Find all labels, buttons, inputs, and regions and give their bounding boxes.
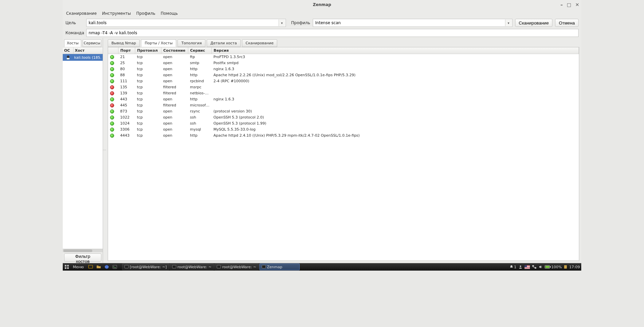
- right-pane: Вывод Nmap Порты / Хосты Топология Детал…: [106, 38, 581, 263]
- port-row[interactable]: 873tcpopenrsync(protocol version 30): [108, 108, 579, 114]
- port-row[interactable]: 21tcpopenftpProFTPD 1.3.5rc3: [108, 54, 579, 60]
- profile-input[interactable]: [313, 19, 512, 27]
- taskbar-menu[interactable]: Меню: [71, 264, 86, 270]
- port-row[interactable]: 139tcpfilterednetbios-ssn: [108, 90, 579, 96]
- menu-scan[interactable]: Сканирование: [65, 10, 97, 16]
- state-dot-cell: [108, 84, 118, 90]
- minimize-icon[interactable]: –: [560, 0, 563, 9]
- col-state-dot[interactable]: [108, 47, 118, 54]
- tab-services[interactable]: Сервисы: [83, 39, 101, 47]
- target-row: Цель ▾ Профиль ▾ Сканирование Отмена: [63, 18, 581, 28]
- service-cell: http: [188, 133, 211, 139]
- bell-icon[interactable]: 1: [509, 265, 516, 269]
- profile-combo[interactable]: ▾: [313, 19, 512, 27]
- taskbar-task[interactable]: root@WebWare: ~: [214, 264, 258, 270]
- tab-topology[interactable]: Топология: [178, 39, 205, 47]
- volume-icon[interactable]: [539, 265, 543, 269]
- tab-host-details[interactable]: Детали хоста: [207, 39, 241, 47]
- port-row[interactable]: 4443tcpopenhttpApache httpd 2.4.10 ((Uni…: [108, 133, 579, 139]
- chevron-down-icon[interactable]: ▾: [505, 19, 512, 26]
- left-pane: Хосты Сервисы ОС Хост kali.tools (185. Ф…: [63, 38, 103, 263]
- col-state[interactable]: Состояние: [161, 47, 188, 54]
- port-row[interactable]: 80tcpopenhttpnginx 1.6.3: [108, 66, 579, 72]
- cancel-button[interactable]: Отмена: [555, 19, 579, 27]
- taskbar-task[interactable]: Zenmap: [259, 264, 300, 270]
- battery-status[interactable]: 100%: [545, 265, 562, 269]
- network-icon[interactable]: [532, 265, 537, 269]
- port-row[interactable]: 88tcpopenhttpApache httpd 2.2.26 ((Unix)…: [108, 72, 579, 78]
- svg-rect-11: [113, 265, 117, 269]
- protocol-cell: tcp: [135, 72, 161, 78]
- col-version[interactable]: Версия: [211, 47, 579, 54]
- version-cell: MySQL 5.5.35-33.0-log: [211, 127, 579, 133]
- menu-profile[interactable]: Профиль: [136, 10, 156, 16]
- col-host-header[interactable]: Хост: [73, 47, 103, 54]
- port-row[interactable]: 111tcpopenrpcbind2-4 (RPC #100000): [108, 78, 579, 84]
- port-row[interactable]: 1022tcpopensshOpenSSH 5.3 (protocol 2.0): [108, 114, 579, 121]
- host-list-scrollbar[interactable]: [63, 249, 103, 252]
- port-cell: 445: [118, 102, 135, 108]
- ports-table-wrap[interactable]: Порт Протокол Состояние Сервис Версия 21…: [108, 47, 579, 261]
- tab-hosts[interactable]: Хосты: [64, 39, 81, 47]
- show-desktop-icon[interactable]: [87, 264, 94, 270]
- state-dot-icon: [110, 55, 114, 59]
- tab-ports-hosts[interactable]: Порты / Хосты: [141, 39, 176, 47]
- port-row[interactable]: 135tcpfilteredmsrpc: [108, 84, 579, 90]
- col-protocol[interactable]: Протокол: [135, 47, 161, 54]
- filter-hosts-button[interactable]: Фильтр хостов: [64, 253, 101, 262]
- port-row[interactable]: 443tcpopenhttpnginx 1.6.3: [108, 96, 579, 102]
- version-cell: OpenSSH 5.3 (protocol 2.0): [211, 114, 579, 121]
- col-service[interactable]: Сервис: [188, 47, 211, 54]
- clock[interactable]: 17:09: [569, 265, 580, 269]
- terminal-icon[interactable]: [111, 264, 118, 270]
- tab-nmap-output[interactable]: Вывод Nmap: [108, 39, 140, 47]
- svg-point-16: [520, 266, 521, 267]
- pane-resize-handle[interactable]: ⋮: [103, 38, 106, 263]
- port-row[interactable]: 1024tcpopensshOpenSSH 5.3 (protocol 1.99…: [108, 121, 579, 127]
- profile-label: Профиль: [291, 20, 310, 25]
- user-icon[interactable]: [518, 265, 523, 269]
- target-input[interactable]: [86, 19, 286, 27]
- scan-button[interactable]: Сканирование: [515, 19, 552, 27]
- protocol-cell: tcp: [135, 96, 161, 102]
- right-tabs: Вывод Nmap Порты / Хосты Топология Детал…: [106, 38, 581, 47]
- protocol-cell: tcp: [135, 54, 161, 60]
- command-input[interactable]: [86, 29, 579, 37]
- port-cell: 80: [118, 66, 135, 72]
- tab-scans[interactable]: Сканирование: [242, 39, 277, 47]
- browser-icon[interactable]: [103, 264, 110, 270]
- keyboard-layout-flag-icon[interactable]: [525, 265, 530, 269]
- maximize-icon[interactable]: □: [567, 0, 571, 9]
- port-row[interactable]: 25tcpopensmtpPostfix smtpd: [108, 60, 579, 66]
- apps-icon[interactable]: [63, 264, 70, 270]
- port-cell: 1022: [118, 114, 135, 121]
- menu-help[interactable]: Помощь: [160, 10, 179, 16]
- taskbar: Меню [root@WebWare: ~]root@WebWare: ~roo…: [63, 263, 581, 271]
- state-dot-cell: [108, 66, 118, 72]
- protocol-cell: tcp: [135, 84, 161, 90]
- version-cell: Apache httpd 2.2.26 ((Unix) mod_ssl/2.2.…: [211, 72, 579, 78]
- chevron-down-icon[interactable]: ▾: [279, 19, 285, 26]
- file-manager-icon[interactable]: [95, 264, 102, 270]
- host-list[interactable]: kali.tools (185.: [63, 54, 103, 249]
- clipboard-icon[interactable]: [564, 265, 567, 269]
- close-icon[interactable]: ✕: [575, 0, 579, 9]
- service-cell: http: [188, 96, 211, 102]
- service-cell: mysql: [188, 127, 211, 133]
- version-cell: [211, 90, 579, 96]
- col-port[interactable]: Порт: [118, 47, 135, 54]
- port-row[interactable]: 445tcpfilteredmicrosoft-ds: [108, 102, 579, 108]
- menu-tools[interactable]: Инструменты: [101, 10, 132, 16]
- service-cell: ssh: [188, 114, 211, 121]
- terminal-icon: [262, 265, 266, 269]
- taskbar-task[interactable]: root@WebWare: ~: [170, 264, 214, 270]
- col-os-header[interactable]: ОС: [63, 47, 73, 54]
- taskbar-task[interactable]: [root@WebWare: ~]: [122, 264, 169, 270]
- host-row[interactable]: kali.tools (185.: [63, 54, 103, 61]
- target-combo[interactable]: ▾: [86, 19, 286, 27]
- port-row[interactable]: 3306tcpopenmysqlMySQL 5.5.35-33.0-log: [108, 127, 579, 133]
- svg-point-9: [105, 265, 108, 269]
- task-label: root@WebWare: ~: [178, 265, 211, 269]
- task-label: [root@WebWare: ~]: [130, 265, 167, 269]
- svg-rect-12: [125, 265, 128, 268]
